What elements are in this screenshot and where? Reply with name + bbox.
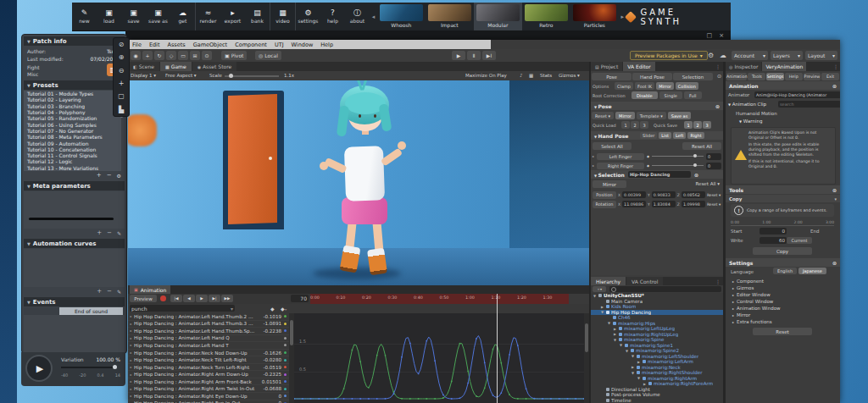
position-reset[interactable]: Reset ▾	[707, 193, 721, 197]
va-subtab[interactable]: Exit	[821, 73, 839, 80]
clip-search-input[interactable]: search	[778, 101, 840, 108]
toolbar-button[interactable]: ▤ bank	[245, 3, 270, 30]
scrollbar-thumb[interactable]	[585, 323, 588, 352]
toolbar-button[interactable]: ▣ load	[97, 3, 121, 30]
transform-tool-button[interactable]: +	[142, 51, 153, 60]
option-toggle[interactable]: Collision	[676, 82, 698, 90]
gizmos-dropdown[interactable]: Gizmos ▾	[559, 73, 580, 78]
preset-list-item[interactable]: Tutorial 11 - Control Signals	[24, 152, 121, 158]
va-editor-tab[interactable]: VA Editor	[623, 62, 655, 71]
animation-property-row[interactable]: ▸ Hip Hop Dancing : Animator.Left Hand.T…	[128, 328, 289, 335]
transform-tool-button[interactable]: ◇	[166, 51, 176, 60]
frame-field[interactable]: 70	[291, 295, 309, 302]
write-field[interactable]: 60	[760, 237, 787, 244]
playhead[interactable]	[497, 294, 498, 403]
animation-property-row[interactable]: ▸ Hip Hop Dancing : Animator.Left Hand Q	[128, 335, 289, 343]
copy-subsection-header[interactable]: Copy ▾	[726, 195, 840, 202]
animation-property-row[interactable]: ▸ Hip Hop Dancing : Animator.Right Eye I…	[128, 400, 289, 403]
va-mode-button[interactable]: Pose	[592, 73, 632, 80]
rotation-button[interactable]: Rotation	[593, 201, 616, 208]
account-dropdown[interactable]: Account▾	[732, 51, 768, 60]
foldout-icon[interactable]: ▸	[128, 379, 134, 384]
patch-info-header[interactable]: ▼Patch info	[24, 36, 125, 46]
settings-section-header[interactable]: Settings⊙	[726, 258, 840, 267]
toolbar-button[interactable]: ⓘ about	[345, 3, 370, 30]
animation-clip-foldout[interactable]: ▼ Animation Clip	[728, 102, 766, 107]
toolbar-button[interactable]: ☁ get	[170, 3, 196, 30]
hand-pose-toggle[interactable]: List	[659, 132, 671, 139]
layout-dropdown[interactable]: Layout▾	[805, 51, 837, 60]
scrollbar-thumb[interactable]	[290, 320, 293, 345]
quick-load-slot[interactable]: 2	[631, 121, 639, 129]
slider-thumb[interactable]	[693, 163, 697, 167]
reset-settings-button[interactable]: Reset	[753, 328, 812, 335]
start-field[interactable]: 0	[760, 228, 787, 235]
animation-property-list[interactable]: ▸ Hip Hop Dancing : Animator.Left Hand.T…	[128, 313, 289, 403]
foldout-icon[interactable]: ▸	[593, 154, 594, 158]
property-value[interactable]: -0.1019	[256, 314, 281, 319]
settings-foldout[interactable]: ▸ Gizmos	[726, 284, 840, 291]
finger-value[interactable]: 0	[706, 163, 721, 169]
property-value[interactable]: -1.0891	[256, 321, 281, 326]
pose-section-header[interactable]: ▼ Pose ⊙	[591, 102, 723, 110]
preset-scroll-left-icon[interactable]: ◂	[370, 14, 377, 20]
presets-header[interactable]: ▼Presets	[24, 80, 125, 90]
finger-button[interactable]: Right Finger	[597, 163, 644, 169]
very-animation-tab[interactable]: VeryAnimation	[762, 62, 806, 71]
va-mode-button[interactable]: Selection	[673, 73, 713, 80]
rotation-x-field[interactable]: 11.09886	[622, 201, 646, 207]
play-control-button[interactable]: ▶Ⅰ	[482, 51, 496, 60]
add-keyframe-icon[interactable]: ◆	[270, 306, 275, 312]
view-tab[interactable]: ▦ Game	[160, 62, 192, 71]
cloud-icon[interactable]: ☁	[720, 52, 726, 59]
gear-icon[interactable]: ⊙	[694, 172, 698, 178]
preview-packages-button[interactable]: Preview Packages in Use▾	[630, 51, 708, 60]
property-value[interactable]: -0.0519	[256, 365, 281, 370]
variation-slider-thumb[interactable]	[113, 365, 117, 369]
frame-nav-button[interactable]: ▶	[196, 295, 208, 302]
language-toggle[interactable]: English	[773, 268, 797, 274]
layers-dropdown[interactable]: Layers▾	[771, 51, 803, 60]
root-correction-toggle[interactable]: Single	[659, 91, 682, 99]
foldout-icon[interactable]: ▸	[128, 328, 134, 333]
humanoid-motion-label[interactable]: Humanoid Motion	[736, 111, 777, 116]
menu-item[interactable]: Window	[292, 41, 314, 48]
quick-load-slot[interactable]: 1	[621, 121, 630, 129]
animation-property-row[interactable]: ▸ Hip Hop Dancing : Animator.Left Hand.T…	[128, 313, 289, 321]
preset-list-item[interactable]: Tutorial 10 - Concatenation	[24, 146, 121, 152]
pose-action-button[interactable]: Mirror	[615, 112, 635, 119]
property-value[interactable]: 0	[256, 394, 281, 399]
transform-tool-button[interactable]: ⊞	[190, 51, 200, 60]
presets-list[interactable]: Tutorial 01 - Module TypesTutorial 02 - …	[24, 91, 121, 171]
preset-list-item[interactable]: Tutorial 04 - Polyphony	[24, 109, 121, 115]
frame-nav-button[interactable]: |◀	[170, 295, 182, 302]
project-tab[interactable]: ▤ Project	[591, 62, 622, 71]
frame-nav-button[interactable]: ▶|	[209, 295, 220, 302]
language-toggle[interactable]: Japanese	[798, 268, 826, 274]
transform-tool-button[interactable]: ⊙	[202, 51, 212, 60]
sketch-tool-button[interactable]: ▢	[114, 90, 129, 102]
automation-curves-header[interactable]: ▼Automation curves	[24, 239, 125, 248]
hierarchy-search-input[interactable]	[609, 286, 721, 292]
finger-slider[interactable]	[652, 165, 704, 166]
position-z-field[interactable]: 0.08562	[682, 191, 705, 198]
copy-button[interactable]: Copy	[753, 247, 812, 255]
settings-foldout[interactable]: ▸ Editor Window	[726, 291, 840, 298]
play-control-button[interactable]: ▶	[452, 51, 465, 60]
property-value[interactable]: 0.01501	[256, 379, 281, 384]
display-dropdown[interactable]: Display 1 ▾	[131, 73, 156, 78]
add-icon[interactable]: +	[97, 288, 102, 295]
preset-thumbnail[interactable]: Particles	[570, 3, 619, 30]
foldout-icon[interactable]: ▸	[128, 394, 134, 398]
preview-toggle[interactable]: Preview	[130, 295, 157, 302]
game-viewport[interactable]	[128, 80, 589, 285]
help-icon[interactable]: ⊙	[832, 83, 837, 89]
menu-item[interactable]: Component	[235, 41, 267, 48]
menu-item[interactable]: File	[132, 41, 142, 48]
play-button[interactable]: ▶	[25, 355, 53, 382]
help-icon[interactable]: ⊙	[715, 103, 720, 109]
quick-load-slot[interactable]: 3	[640, 121, 648, 129]
foldout-icon[interactable]: ▸	[128, 358, 134, 362]
va-mode-button[interactable]: Hand Pose	[632, 73, 672, 80]
chevron-down-icon[interactable]: ▾	[834, 196, 837, 202]
